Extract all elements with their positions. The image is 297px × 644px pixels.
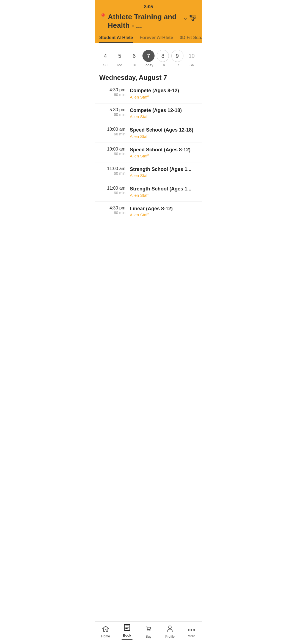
- tab-3d-fit[interactable]: 3D Fit Sca...: [180, 35, 202, 43]
- calendar-day-thu[interactable]: 8 Th: [156, 50, 169, 67]
- class-name-2: Compete (Ages 12-18): [130, 107, 198, 114]
- class-instructor-2: Allen Staff: [130, 114, 198, 119]
- schedule-item-5[interactable]: 11:00 am 60 min Strength School (Ages 1.…: [95, 162, 202, 182]
- time-duration-1: 60 min: [99, 92, 125, 97]
- day-number-4: 4: [99, 50, 111, 62]
- day-number-10: 10: [186, 50, 198, 62]
- svg-point-4: [194, 17, 195, 19]
- calendar-day-mon[interactable]: 5 Mo: [113, 50, 126, 67]
- class-col-2: Compete (Ages 12-18) Allen Staff: [130, 107, 198, 119]
- time-col-2: 5:30 pm 60 min: [99, 107, 125, 117]
- schedule-list: 4:30 pm 60 min Compete (Ages 8-12) Allen…: [95, 84, 202, 243]
- schedule-item-2[interactable]: 5:30 pm 60 min Compete (Ages 12-18) Alle…: [95, 103, 202, 123]
- day-number-5: 5: [114, 50, 126, 62]
- class-name-3: Speed School (Ages 12-18): [130, 127, 198, 133]
- filter-icon[interactable]: [188, 14, 198, 24]
- svg-point-5: [192, 19, 194, 21]
- time-col-5: 11:00 am 60 min: [99, 166, 125, 176]
- time-main-5: 11:00 am: [99, 166, 125, 171]
- time-duration-5: 60 min: [99, 171, 125, 176]
- svg-point-3: [190, 15, 192, 17]
- class-instructor-3: Allen Staff: [130, 134, 198, 139]
- class-col-1: Compete (Ages 8-12) Allen Staff: [130, 88, 198, 99]
- tabs-row: Student ATHlete Forever ATHlete 3D Fit S…: [99, 32, 198, 43]
- date-heading: Wednesday, August 7: [95, 69, 202, 84]
- time-duration-4: 60 min: [99, 152, 125, 156]
- day-label-th: Th: [161, 63, 165, 67]
- time-col-7: 4:30 pm 60 min: [99, 206, 125, 215]
- tab-forever-athlete[interactable]: Forever ATHlete: [140, 35, 173, 43]
- time-main-2: 5:30 pm: [99, 107, 125, 112]
- time-duration-7: 60 min: [99, 211, 125, 215]
- time-col-1: 4:30 pm 60 min: [99, 88, 125, 97]
- status-time: 8:05: [144, 4, 153, 9]
- class-name-4: Speed School (Ages 8-12): [130, 147, 198, 153]
- calendar-day-sat[interactable]: 10 Sa: [185, 50, 198, 67]
- schedule-item-1[interactable]: 4:30 pm 60 min Compete (Ages 8-12) Allen…: [95, 84, 202, 103]
- time-col-4: 10:00 am 60 min: [99, 147, 125, 156]
- calendar-day-today[interactable]: 7 Today: [142, 50, 155, 67]
- day-label-fr: Fr: [175, 63, 179, 67]
- time-duration-3: 60 min: [99, 132, 125, 136]
- calendar-strip: 4 Su 5 Mo 6 Tu 7 Today 8 Th 9 Fr 10 Sa: [95, 45, 202, 69]
- tab-student-athlete[interactable]: Student ATHlete: [99, 35, 133, 43]
- class-name-1: Compete (Ages 8-12): [130, 88, 198, 94]
- class-col-3: Speed School (Ages 12-18) Allen Staff: [130, 127, 198, 138]
- time-main-3: 10:00 am: [99, 127, 125, 132]
- schedule-item-6[interactable]: 11:00 am 60 min Strength School (Ages 1.…: [95, 182, 202, 201]
- class-name-5: Strength School (Ages 1...: [130, 166, 198, 173]
- calendar-day-sun[interactable]: 4 Su: [99, 50, 112, 67]
- class-col-7: Linear (Ages 8-12) Allen Staff: [130, 206, 198, 217]
- time-main-7: 4:30 pm: [99, 206, 125, 211]
- calendar-day-fri[interactable]: 9 Fr: [171, 50, 184, 67]
- day-label-sa: Sa: [189, 63, 194, 67]
- location-row: 📍 Athlete Training and Health - ... ⌄: [99, 12, 198, 32]
- header-divider: [95, 43, 202, 45]
- chevron-down-icon[interactable]: ⌄: [183, 14, 188, 21]
- time-col-3: 10:00 am 60 min: [99, 127, 125, 136]
- calendar-day-tue[interactable]: 6 Tu: [128, 50, 141, 67]
- day-label-tu: Tu: [132, 63, 136, 67]
- time-main-6: 11:00 am: [99, 186, 125, 191]
- class-instructor-6: Allen Staff: [130, 193, 198, 198]
- schedule-item-4[interactable]: 10:00 am 60 min Speed School (Ages 8-12)…: [95, 143, 202, 162]
- day-label-su: Su: [103, 63, 108, 67]
- class-col-4: Speed School (Ages 8-12) Allen Staff: [130, 147, 198, 158]
- class-name-7: Linear (Ages 8-12): [130, 206, 198, 212]
- class-col-6: Strength School (Ages 1... Allen Staff: [130, 186, 198, 197]
- schedule-item-3[interactable]: 10:00 am 60 min Speed School (Ages 12-18…: [95, 123, 202, 143]
- day-number-6: 6: [128, 50, 140, 62]
- time-duration-6: 60 min: [99, 191, 125, 195]
- day-label-mo: Mo: [117, 63, 122, 67]
- class-instructor-1: Allen Staff: [130, 95, 198, 99]
- time-main-1: 4:30 pm: [99, 88, 125, 92]
- class-instructor-5: Allen Staff: [130, 173, 198, 178]
- day-number-9: 9: [171, 50, 183, 62]
- status-bar: 8:05: [99, 3, 198, 12]
- location-pin-icon: 📍: [99, 13, 107, 20]
- day-number-8: 8: [157, 50, 169, 62]
- time-col-6: 11:00 am 60 min: [99, 186, 125, 195]
- time-main-4: 10:00 am: [99, 147, 125, 152]
- class-col-5: Strength School (Ages 1... Allen Staff: [130, 166, 198, 178]
- class-instructor-4: Allen Staff: [130, 154, 198, 158]
- header: 8:05 📍 Athlete Training and Health - ...…: [95, 0, 202, 43]
- day-label-today: Today: [144, 63, 153, 67]
- day-number-7: 7: [142, 50, 155, 62]
- class-name-6: Strength School (Ages 1...: [130, 186, 198, 192]
- location-left: 📍 Athlete Training and Health - ... ⌄: [99, 13, 188, 30]
- time-duration-2: 60 min: [99, 112, 125, 117]
- location-name[interactable]: Athlete Training and Health - ...: [108, 13, 181, 30]
- class-instructor-7: Allen Staff: [130, 212, 198, 217]
- schedule-item-7[interactable]: 4:30 pm 60 min Linear (Ages 8-12) Allen …: [95, 202, 202, 221]
